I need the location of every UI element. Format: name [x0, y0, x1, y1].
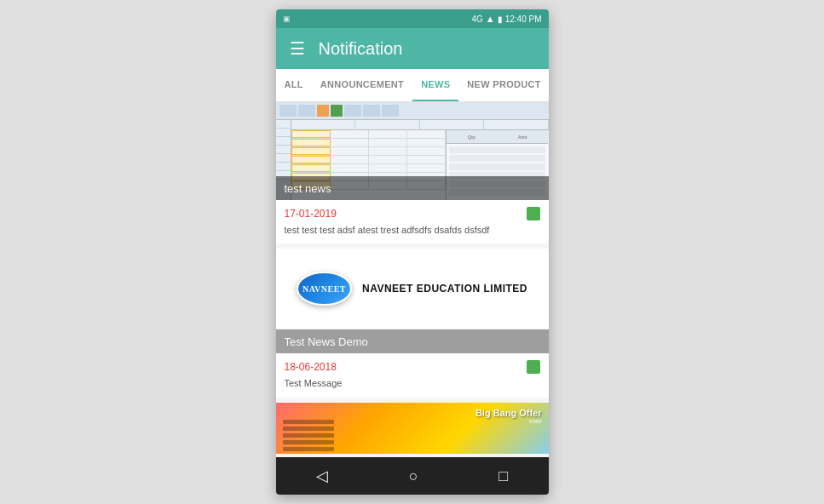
phone-frame: ▣ 4G ▲ ▮ 12:40 PM ☰ Notification ALL ANN… — [276, 9, 549, 495]
home-button[interactable]: ○ — [404, 462, 424, 490]
col-h-4 — [484, 120, 549, 129]
back-button[interactable]: ◁ — [311, 461, 333, 490]
grid-cell-18 — [331, 164, 369, 172]
card-image-1: Qty Amt — [276, 102, 549, 200]
row-cell-6 — [276, 163, 291, 171]
grid-cell-6 — [331, 139, 369, 146]
toolbar-block-7 — [382, 105, 399, 117]
sheet-right-row-1 — [449, 146, 546, 153]
navneet-brand-info: NAVNEET EDUCATION LIMITED — [362, 283, 527, 295]
card-date-1: 17-01-2019 — [285, 208, 337, 220]
grid-cell-4 — [407, 130, 446, 138]
app-bar: ☰ Notification — [276, 28, 549, 69]
green-indicator-2 — [527, 360, 540, 374]
grid-cell-1 — [291, 130, 331, 138]
grid-row-5 — [291, 164, 446, 173]
card-info-2: 18-06-2018 Test Message — [276, 353, 549, 397]
row-cell-5 — [276, 154, 291, 163]
grid-cell-11 — [369, 147, 407, 155]
sheet-header-label-1: Qty — [468, 135, 475, 140]
grid-cell-14 — [331, 156, 369, 163]
big-bang-line-1 — [283, 420, 334, 424]
bottom-nav: ◁ ○ □ — [276, 457, 549, 495]
card-desc-2: Test Message — [285, 377, 540, 390]
col-h-2 — [355, 120, 420, 129]
toolbar-block-5 — [344, 105, 361, 117]
grid-cell-9 — [291, 147, 331, 155]
big-bang-header: Big Bang Offer vnav — [475, 408, 542, 424]
status-bar: ▣ 4G ▲ ▮ 12:40 PM — [276, 9, 549, 28]
navneet-image: NavNeeT NAVNEET EDUCATION LIMITED — [276, 249, 549, 329]
sheet-header-label-2: Amt — [518, 135, 527, 140]
big-bang-line-5 — [283, 447, 334, 451]
card-date-row-1: 17-01-2019 — [285, 207, 540, 220]
big-bang-brand: vnav — [475, 418, 542, 424]
grid-cell-10 — [331, 147, 369, 155]
row-cell-3 — [276, 137, 291, 146]
sheet-col-header — [291, 120, 549, 130]
grid-cell-12 — [407, 147, 446, 155]
big-bang-text-lines — [283, 420, 334, 451]
news-card-2[interactable]: NavNeeT NAVNEET EDUCATION LIMITED Test N… — [276, 249, 549, 397]
navneet-logo-text: NavNeeT — [303, 284, 346, 294]
navneet-brand-text: NAVNEET EDUCATION LIMITED — [362, 283, 527, 295]
big-bang-preview: Big Bang Offer vnav — [276, 403, 549, 454]
grid-cell-5 — [291, 139, 331, 146]
big-bang-line-4 — [283, 440, 334, 444]
sheet-right-header: Qty Amt — [447, 130, 549, 144]
card-date-row-2: 18-06-2018 — [285, 360, 540, 374]
toolbar-block-1 — [279, 105, 297, 117]
news-card-3[interactable]: Big Bang Offer vnav — [276, 403, 549, 454]
page-title: Notification — [319, 39, 403, 59]
row-cell-2 — [276, 129, 291, 137]
tab-all[interactable]: ALL — [276, 69, 312, 101]
grid-row-1 — [291, 130, 446, 139]
grid-cell-16 — [407, 156, 446, 163]
grid-cell-13 — [291, 156, 331, 163]
big-bang-line-3 — [283, 433, 334, 438]
toolbar-block-4 — [331, 105, 343, 117]
signal-icon: ▲ — [486, 14, 495, 24]
grid-row-3 — [291, 147, 446, 156]
toolbar-block-2 — [298, 105, 315, 117]
green-indicator-1 — [527, 207, 540, 220]
row-cell-4 — [276, 146, 291, 154]
col-h-3 — [420, 120, 485, 129]
toolbar-block-6 — [363, 105, 380, 117]
battery-icon: ▮ — [498, 14, 503, 24]
grid-cell-17 — [291, 164, 331, 172]
grid-cell-20 — [407, 164, 446, 172]
menu-icon[interactable]: ☰ — [290, 38, 305, 59]
status-icons: 4G ▲ ▮ 12:40 PM — [471, 14, 541, 24]
sheet-right-row-2 — [449, 155, 546, 162]
time-label: 12:40 PM — [505, 14, 542, 24]
tab-news[interactable]: NEWS — [412, 69, 458, 101]
big-bang-title: Big Bang Offer — [475, 408, 542, 418]
big-bang-line-2 — [283, 427, 334, 431]
col-h-1 — [291, 120, 356, 129]
card-date-2: 18-06-2018 — [285, 361, 337, 373]
tab-announcement[interactable]: ANNOUNCEMENT — [312, 69, 412, 101]
grid-row-4 — [291, 156, 446, 164]
grid-cell-3 — [369, 130, 407, 138]
card-title-2: Test News Demo — [285, 335, 368, 348]
sheet-toolbar — [276, 102, 549, 120]
tabs-bar: ALL ANNOUNCEMENT NEWS NEW PRODUCT NEW C — [276, 69, 549, 102]
news-card-1[interactable]: Qty Amt — [276, 102, 549, 243]
grid-cell-2 — [331, 130, 369, 138]
grid-cell-19 — [369, 164, 407, 172]
grid-cell-8 — [407, 139, 446, 146]
screenshot-icon: ▣ — [283, 14, 291, 23]
toolbar-block-3 — [317, 105, 329, 117]
tab-new-product[interactable]: NEW PRODUCT — [458, 69, 548, 101]
grid-cell-15 — [369, 156, 407, 163]
grid-row-2 — [291, 139, 446, 147]
recent-button[interactable]: □ — [493, 462, 513, 490]
card-title-1: test news — [285, 182, 331, 195]
network-label: 4G — [471, 14, 482, 24]
navneet-logo: NavNeeT — [297, 272, 352, 306]
content-area[interactable]: Qty Amt — [276, 102, 549, 457]
card-info-1: 17-01-2019 test test test adsf atest tre… — [276, 200, 549, 243]
row-cell-1 — [276, 120, 291, 129]
grid-cell-7 — [369, 139, 407, 146]
